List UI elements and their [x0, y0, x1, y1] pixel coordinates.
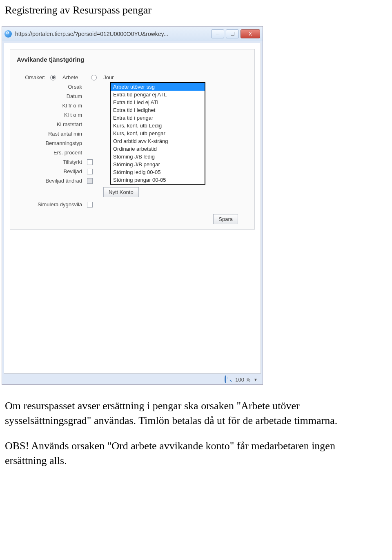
dropdown-option[interactable]: Störning ledig 00-05: [111, 168, 205, 176]
dropdown-option[interactable]: Arbete utöver ssg: [111, 83, 205, 91]
orsak-dropdown-list[interactable]: Arbete utöver ssgExtra tid pengar ej ATL…: [110, 82, 205, 185]
checkbox-simulera[interactable]: [87, 202, 93, 207]
paragraph-2: OBS! Används orsaken "Ord arbete avvikan…: [5, 439, 368, 468]
lbl-beviljad-andrad: Beviljad ändrad: [33, 178, 82, 184]
lbl-bemanningstyp: Bemanningstyp: [33, 140, 82, 146]
zoom-dropdown-icon[interactable]: ▼: [254, 377, 258, 382]
radio-arbete[interactable]: [50, 75, 56, 80]
dropdown-option[interactable]: Extra tid i ledighet: [111, 106, 205, 114]
dropdown-option[interactable]: Ordinarie arbetstid: [111, 145, 205, 153]
dropdown-option[interactable]: Störning J/B ledig: [111, 153, 205, 161]
window-titlebar: https://portalen.tierp.se/?persoid=012U0…: [2, 27, 263, 41]
lbl-rastantal: Rast antal min: [33, 131, 82, 137]
form-card: Avvikande tjänstgöring Orsaker: Arbete J…: [10, 49, 255, 230]
zoom-text: 100 %: [235, 377, 250, 383]
section-title: Avvikande tjänstgöring: [17, 56, 248, 63]
lbl-orsak: Orsak: [33, 84, 82, 90]
radio-row: Orsaker: Arbete Jour: [17, 74, 248, 80]
body-text: Om resurspasset avser ersättning i penga…: [0, 385, 376, 468]
window-frame: https://portalen.tierp.se/?persoid=012U0…: [2, 26, 263, 385]
dropdown-option[interactable]: Kurs, konf, utb pengar: [111, 129, 205, 137]
dropdown-option[interactable]: Extra tid pengar ej ATL: [111, 91, 205, 98]
form-fields: Arbete utöver ssgExtra tid pengar ej ATL…: [33, 84, 248, 207]
ie-icon: [4, 30, 12, 38]
radio-arbete-label: Arbete: [62, 74, 78, 80]
lbl-raststart: Kl raststart: [33, 121, 82, 127]
page-title: Registrering av Resurspass pengar: [0, 0, 392, 16]
zoom-icon[interactable]: +: [225, 375, 226, 383]
paragraph-1: Om resurspasset avser ersättning i penga…: [5, 399, 368, 428]
dropdown-option[interactable]: Störning pengar 00-05: [111, 176, 205, 184]
window-minimize-button[interactable]: ─: [211, 29, 224, 38]
lbl-klfrom: Kl fr o m: [33, 103, 82, 109]
lbl-beviljad: Beviljad: [33, 168, 82, 174]
lbl-kltom: Kl t o m: [33, 112, 82, 118]
nytt-konto-button[interactable]: Nytt Konto: [103, 187, 139, 197]
lbl-tillstyrkt: Tillstyrkt: [33, 159, 82, 165]
window-client-area: Avvikande tjänstgöring Orsaker: Arbete J…: [4, 43, 261, 374]
dropdown-option[interactable]: Kurs, konf, utb Ledig: [111, 122, 205, 129]
window-maximize-button[interactable]: ☐: [226, 29, 239, 38]
window-close-button[interactable]: X: [241, 29, 260, 38]
checkbox-beviljad-andrad: [87, 178, 93, 184]
lbl-simulera: Simulera dygnsvila: [17, 201, 82, 207]
checkbox-beviljad[interactable]: [87, 169, 93, 174]
orsaker-label: Orsaker:: [17, 74, 45, 80]
checkbox-tillstyrkt[interactable]: [87, 159, 93, 165]
window-url: https://portalen.tierp.se/?persoid=012U0…: [15, 31, 211, 37]
dropdown-option[interactable]: Störning J/B pengar: [111, 161, 205, 168]
radio-jour-label: Jour: [103, 74, 114, 80]
lbl-ersprocent: Ers. procent: [33, 149, 82, 156]
statusbar: + 100 % ▼: [2, 375, 263, 383]
dropdown-option[interactable]: Extra tid i pengar: [111, 114, 205, 122]
spara-button[interactable]: Spara: [213, 214, 238, 224]
dropdown-option[interactable]: Ord arbtid avv K-sträng: [111, 137, 205, 145]
radio-jour[interactable]: [91, 75, 97, 80]
lbl-datum: Datum: [33, 93, 82, 99]
dropdown-option[interactable]: Extra tid i led ej ATL: [111, 98, 205, 106]
